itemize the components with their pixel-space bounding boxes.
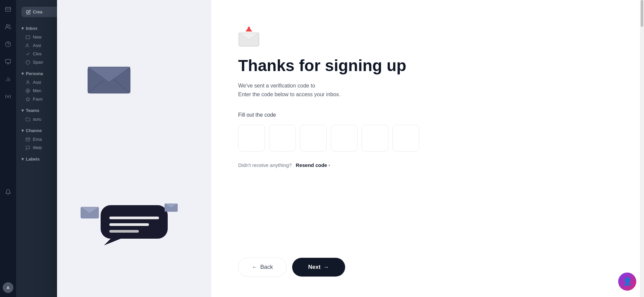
user-avatar-bottom-left[interactable]: A	[3, 282, 13, 293]
back-label: Back	[260, 264, 273, 271]
icon-bar: A	[0, 0, 16, 297]
modal-scrollbar-thumb	[641, 0, 643, 27]
svg-rect-33	[248, 27, 250, 32]
next-label: Next	[308, 264, 321, 271]
resend-code-link[interactable]: Resend code	[296, 162, 327, 168]
modal-left-panel	[57, 0, 211, 297]
bottom-avatar-image: 👤	[618, 273, 636, 291]
svg-point-9	[7, 96, 9, 98]
modal-dialog: Thanks for signing up We've sent a verif…	[57, 0, 644, 297]
svg-point-0	[6, 24, 8, 26]
modal-title: Thanks for signing up	[238, 56, 617, 75]
notification-icon[interactable]	[3, 187, 13, 197]
svg-rect-21	[101, 205, 168, 239]
code-input-2[interactable]	[269, 125, 296, 152]
svg-point-14	[27, 80, 29, 82]
settings-icon[interactable]	[3, 91, 13, 102]
next-button[interactable]: Next →	[292, 258, 345, 277]
large-envelope-decoration	[87, 60, 131, 95]
resend-line: Didn't receive anything? Resend code ›	[238, 162, 617, 168]
modal-scrollbar[interactable]	[640, 0, 644, 297]
back-arrow-icon: ←	[252, 264, 258, 271]
svg-point-15	[27, 90, 29, 92]
resend-prefix: Didn't receive anything?	[238, 162, 292, 168]
contacts-icon[interactable]	[3, 21, 13, 32]
subtitle-line2: Enter the code below to access your inbo…	[238, 92, 340, 97]
modal-footer: ← Back Next →	[238, 257, 617, 277]
contacts2-icon[interactable]	[3, 56, 13, 67]
svg-rect-3	[6, 59, 11, 63]
code-input-6[interactable]	[392, 125, 419, 152]
code-input-5[interactable]	[362, 125, 388, 152]
subtitle-line1: We've sent a verification code to	[238, 83, 315, 88]
code-input-3[interactable]	[300, 125, 327, 152]
next-arrow-icon: →	[323, 264, 329, 271]
modal-subtitle: We've sent a verification code to Enter …	[238, 81, 617, 99]
persona-label: Persona	[26, 71, 43, 76]
svg-marker-16	[26, 97, 30, 101]
analytics-icon[interactable]	[3, 74, 13, 84]
modal-right-panel: Thanks for signing up We've sent a verif…	[211, 0, 644, 297]
code-inputs-container	[238, 125, 617, 152]
inbox-icon[interactable]	[3, 4, 13, 15]
code-section-label: Fill out the code	[238, 112, 617, 118]
create-label: Crea	[33, 9, 42, 14]
bottom-right-avatar[interactable]: 👤	[617, 272, 637, 292]
back-button[interactable]: ← Back	[238, 257, 287, 277]
svg-point-10	[26, 44, 28, 45]
small-envelope-right	[164, 202, 178, 213]
resend-arrow-icon: ›	[328, 163, 330, 168]
chat-bubble-decoration	[101, 205, 168, 247]
email-icon-top	[238, 27, 617, 48]
help-icon[interactable]	[3, 39, 13, 50]
svg-marker-22	[104, 239, 121, 245]
code-input-1[interactable]	[238, 125, 265, 152]
small-envelope-left	[80, 204, 99, 220]
inbox-label: Inbox	[26, 26, 38, 31]
code-input-4[interactable]	[331, 125, 358, 152]
